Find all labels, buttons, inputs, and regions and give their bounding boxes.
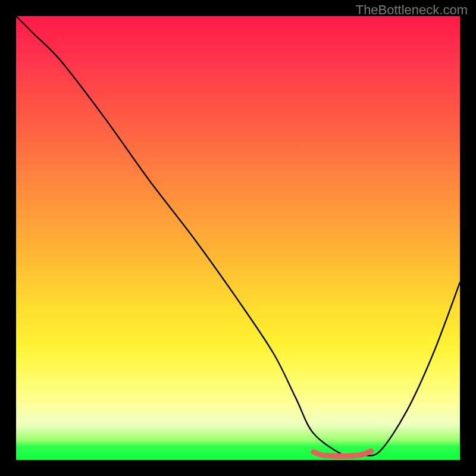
black-curve-path	[16, 16, 460, 457]
watermark-text: TheBottleneck.com	[356, 2, 468, 18]
red-valley-path	[314, 451, 371, 456]
plot-area	[16, 16, 460, 460]
chart-curves	[16, 16, 460, 460]
